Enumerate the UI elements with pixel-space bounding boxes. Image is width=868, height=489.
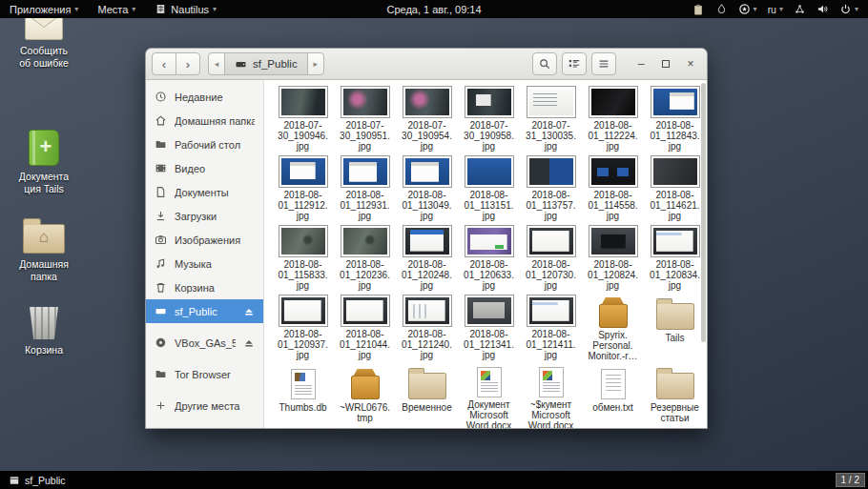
chevron-down-icon: ▾ bbox=[754, 5, 757, 13]
view-options-button[interactable] bbox=[562, 52, 587, 75]
file-item[interactable]: обмен.txt bbox=[582, 361, 644, 428]
sidebar-item[interactable]: Загрузки bbox=[146, 204, 263, 228]
sidebar-item-label: Домашняя папка bbox=[175, 115, 255, 127]
keyboard-layout-label: ru bbox=[768, 4, 776, 15]
file-item[interactable]: 2018-08- 01_120248. jpg bbox=[396, 222, 458, 292]
file-item[interactable]: ~WRL0676. tmp bbox=[334, 361, 396, 428]
file-item[interactable]: 2018-08- 01_112912. jpg bbox=[272, 153, 334, 222]
file-thumbnail bbox=[403, 295, 452, 327]
file-item[interactable]: 2018-08- 01_120834. jpg bbox=[644, 222, 706, 292]
file-item[interactable]: 2018-07- 30_190954. jpg bbox=[396, 83, 458, 153]
keyboard-layout-indicator[interactable]: ru ▾ bbox=[768, 4, 783, 15]
file-item[interactable]: 2018-08- 01_113049. jpg bbox=[396, 153, 458, 222]
file-item[interactable]: 2018-08- 01_115833. jpg bbox=[272, 222, 334, 292]
file-item[interactable]: 2018-08- 01_113757. jpg bbox=[520, 153, 582, 222]
file-item[interactable]: Резервные статьи bbox=[644, 361, 706, 428]
sidebar-item[interactable]: Рабочий стол bbox=[146, 132, 263, 156]
desktop-icon[interactable]: Документа ция Tails bbox=[6, 126, 82, 195]
close-button[interactable]: × bbox=[680, 53, 701, 74]
system-menu[interactable]: ▾ bbox=[839, 3, 858, 15]
file-label: обмен.txt bbox=[592, 402, 632, 413]
applications-menu[interactable]: Приложения ▾ bbox=[0, 0, 88, 18]
view-grid-icon bbox=[568, 57, 581, 71]
workspace-indicator[interactable]: 1 / 2 bbox=[836, 473, 865, 487]
file-thumbnail bbox=[651, 86, 700, 118]
file-thumbnail bbox=[341, 86, 390, 118]
file-item[interactable]: 2018-08- 01_120824. jpg bbox=[582, 222, 644, 292]
window-icon bbox=[9, 475, 20, 486]
file-item[interactable]: ~$кумент Microsoft Word.docx bbox=[520, 361, 582, 428]
file-item[interactable]: 2018-08- 01_121044. jpg bbox=[334, 292, 396, 361]
desktop-icon-art bbox=[29, 126, 59, 166]
file-item[interactable]: Документ Microsoft Word.docx bbox=[458, 361, 520, 428]
taskbar-window-button[interactable]: sf_Public bbox=[0, 471, 74, 489]
file-item[interactable]: 2018-08- 01_112224. jpg bbox=[582, 83, 644, 153]
sidebar-item[interactable]: Музыка bbox=[146, 252, 263, 275]
file-item[interactable]: 2018-08- 01_120730. jpg bbox=[520, 222, 582, 292]
file-label: 2018-08- 01_114621. jpg bbox=[650, 190, 699, 221]
file-item[interactable]: 2018-08- 01_114621. jpg bbox=[644, 153, 706, 222]
file-item[interactable]: 2018-08- 01_121341. jpg bbox=[458, 292, 520, 361]
clipboard-icon[interactable] bbox=[692, 3, 705, 16]
tor-onion-icon bbox=[738, 3, 751, 15]
nautilus-app-menu[interactable]: Nautilus ▾ bbox=[145, 0, 226, 18]
file-item[interactable]: 2018-08- 01_120236. jpg bbox=[334, 222, 396, 292]
file-thumbnail bbox=[465, 155, 514, 188]
path-next-button[interactable]: ▸ bbox=[307, 52, 324, 75]
sidebar-item[interactable]: VBox_GAs_5.... bbox=[146, 331, 263, 355]
power-icon bbox=[839, 3, 852, 15]
places-menu[interactable]: Места ▾ bbox=[88, 0, 145, 18]
file-item[interactable]: 2018-08- 01_113151. jpg bbox=[458, 153, 520, 222]
sidebar-item[interactable]: Изображения bbox=[146, 228, 263, 252]
sidebar-item-icon bbox=[155, 114, 167, 127]
sidebar-item[interactable]: Корзина bbox=[146, 275, 263, 299]
sidebar-item[interactable]: Видео bbox=[146, 156, 263, 180]
network-icon[interactable] bbox=[794, 3, 806, 15]
desktop-icon[interactable]: Корзина bbox=[6, 299, 82, 357]
file-item[interactable]: Временное bbox=[396, 361, 458, 428]
forward-button[interactable]: › bbox=[176, 52, 200, 75]
sidebar-item[interactable]: Tor Browser bbox=[146, 362, 263, 386]
clock[interactable]: Среда, 1 авг., 09:14 bbox=[386, 4, 481, 15]
file-item[interactable]: Spyrix. Personal. Monitor.-r… bbox=[582, 292, 644, 361]
maximize-icon bbox=[662, 60, 670, 68]
file-item[interactable]: 2018-08- 01_121411. jpg bbox=[520, 292, 582, 361]
sidebar-item[interactable]: Домашняя папка bbox=[146, 109, 263, 132]
sidebar-item[interactable]: Недавние bbox=[146, 85, 263, 109]
menu-button[interactable] bbox=[591, 52, 616, 75]
droplet-icon[interactable] bbox=[715, 3, 728, 15]
back-button[interactable]: ‹ bbox=[152, 52, 176, 75]
file-item[interactable]: 2018-08- 01_114558. jpg bbox=[582, 153, 644, 222]
file-item[interactable]: 2018-08- 01_112931. jpg bbox=[334, 153, 396, 222]
file-item[interactable]: 2018-08- 01_120633. jpg bbox=[458, 222, 520, 292]
file-item[interactable]: 2018-08- 01_121240. jpg bbox=[396, 292, 458, 361]
sidebar-item[interactable]: Документы bbox=[146, 180, 263, 204]
file-item[interactable]: Tails bbox=[644, 292, 706, 361]
sidebar-item[interactable]: sf_Public bbox=[146, 299, 263, 323]
file-item[interactable]: 2018-07- 30_190951. jpg bbox=[334, 83, 396, 153]
sidebar-item[interactable]: Другие места bbox=[146, 394, 263, 418]
file-item[interactable]: 2018-07- 31_130035. jpg bbox=[520, 83, 582, 153]
eject-button[interactable] bbox=[243, 337, 255, 349]
file-item[interactable]: 2018-08- 01_120937. jpg bbox=[272, 292, 334, 361]
current-location-button[interactable]: sf_Public bbox=[224, 52, 308, 75]
search-button[interactable] bbox=[532, 52, 557, 75]
scrollbar[interactable] bbox=[701, 83, 706, 342]
file-thumbnail bbox=[527, 86, 576, 118]
minimize-button[interactable]: – bbox=[630, 53, 651, 74]
file-item[interactable]: 2018-07- 30_190946. jpg bbox=[272, 83, 334, 153]
eject-button[interactable] bbox=[243, 306, 255, 317]
desktop-icon[interactable]: Домашняя папка bbox=[6, 214, 82, 283]
file-thumbnail bbox=[465, 364, 514, 397]
volume-icon[interactable] bbox=[816, 3, 829, 15]
sidebar-item-label: Музыка bbox=[175, 258, 212, 270]
file-item[interactable]: Thumbs.db bbox=[272, 361, 334, 428]
file-item[interactable]: 2018-07- 30_190958. jpg bbox=[458, 83, 520, 153]
path-prev-button[interactable]: ◂ bbox=[208, 52, 225, 75]
maximize-button[interactable] bbox=[655, 53, 676, 74]
tor-status-indicator[interactable]: ▾ bbox=[738, 3, 757, 15]
sidebar-item-icon bbox=[155, 336, 167, 349]
file-item[interactable]: 2018-08- 01_112843. jpg bbox=[644, 83, 706, 153]
file-thumbnail bbox=[279, 155, 328, 188]
file-thumbnail bbox=[279, 225, 328, 257]
